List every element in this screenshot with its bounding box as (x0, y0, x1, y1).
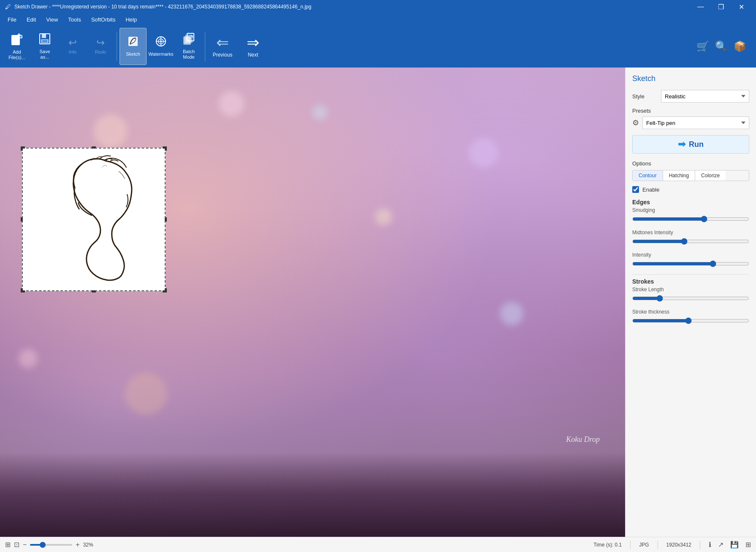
save-status-icon[interactable]: 💾 (730, 541, 739, 549)
presets-select[interactable]: Felt-Tip pen Pencil Charcoal Ink (642, 116, 749, 129)
watermarks-icon (155, 35, 167, 50)
canvas-bottom-gradient (0, 452, 625, 537)
svg-rect-18 (23, 149, 165, 290)
menu-help[interactable]: Help (121, 15, 141, 24)
status-div-3 (700, 541, 700, 549)
previous-button[interactable]: ⇐ Previous (208, 28, 237, 65)
strokes-header: Strokes (632, 278, 749, 285)
menu-edit[interactable]: Edit (22, 15, 40, 24)
maximize-button[interactable]: ❐ (711, 0, 731, 14)
batch-mode-label: BatchMode (183, 49, 195, 60)
tab-hatching[interactable]: Hatching (663, 170, 695, 181)
zoom-track (30, 544, 72, 546)
status-bar-left: ⊞ ⊡ − + 32% (5, 541, 590, 549)
bokeh-4 (375, 208, 392, 225)
zoom-in-plus[interactable]: + (76, 541, 79, 549)
sketch-button[interactable]: Sketch (120, 28, 147, 65)
redo-label: Redo (95, 49, 106, 55)
run-label: Run (689, 140, 704, 149)
menu-file[interactable]: File (3, 15, 21, 24)
batch-mode-icon (182, 32, 195, 47)
save-as-label: Saveas... (39, 49, 50, 60)
svg-rect-9 (128, 37, 138, 46)
run-button[interactable]: ➡ Run (632, 135, 749, 154)
options-label: Options (632, 160, 749, 167)
bokeh-9 (313, 105, 327, 120)
bokeh-1 (94, 114, 128, 148)
zoom-out-minus[interactable]: − (23, 541, 27, 549)
search-icon[interactable]: 🔍 (714, 39, 729, 54)
title-bar: 🖊 Sketch Drawer - ****Unregistered versi… (0, 0, 756, 14)
stroke-length-slider[interactable] (632, 295, 749, 302)
right-panel: Sketch Style Realistic Anime Comic Class… (625, 68, 756, 537)
sketch-label: Sketch (126, 51, 140, 57)
presets-icon[interactable]: ⚙ (632, 118, 639, 127)
add-files-button[interactable]: AddFile(s)... (3, 28, 30, 65)
toolbar-sep-1 (117, 32, 117, 61)
redo-button[interactable]: ↪ Redo (87, 28, 114, 65)
bokeh-6 (500, 302, 523, 325)
zoom-thumb[interactable] (40, 542, 46, 548)
edges-header: Edges (632, 199, 749, 206)
batch-mode-button[interactable]: BatchMode (175, 28, 202, 65)
svg-rect-6 (42, 34, 46, 38)
expand-icon[interactable]: ⊞ (745, 541, 751, 549)
previous-label: Previous (213, 52, 233, 58)
cart-icon[interactable]: 🛒 (695, 39, 710, 54)
intensity-container: Intensity (632, 252, 749, 268)
menu-softorbits[interactable]: SoftOrbits (87, 15, 120, 24)
window-controls: — ❐ ✕ (691, 0, 751, 14)
undo-label: Info (69, 49, 76, 55)
midtones-slider[interactable] (632, 238, 749, 245)
minimize-button[interactable]: — (691, 0, 710, 14)
close-button[interactable]: ✕ (732, 0, 751, 14)
format-label: JPG (639, 542, 649, 548)
add-files-icon (10, 32, 24, 48)
style-select[interactable]: Realistic Anime Comic Classic (661, 90, 749, 103)
redo-icon: ↪ (96, 38, 105, 48)
tab-contour[interactable]: Contour (633, 170, 663, 181)
menu-tools[interactable]: Tools (64, 15, 85, 24)
next-label: Next (248, 52, 258, 58)
menu-view[interactable]: View (42, 15, 62, 24)
app-icon: 🖊 (5, 3, 11, 10)
next-button[interactable]: ⇒ Next (238, 28, 268, 65)
time-label: Time (s): 0.1 (593, 542, 622, 548)
actual-size-icon[interactable]: ⊡ (14, 541, 19, 549)
tab-colorize[interactable]: Colorize (695, 170, 726, 181)
info-icon[interactable]: ℹ (709, 541, 711, 549)
smudging-label: Smudging (632, 207, 749, 213)
section-divider (632, 274, 749, 275)
bokeh-8 (125, 373, 167, 415)
undo-button[interactable]: ↩ Info (59, 28, 86, 65)
toolbar-sep-2 (205, 32, 205, 61)
intensity-label: Intensity (632, 252, 749, 258)
bokeh-5 (469, 138, 498, 168)
zoom-percentage: 32% (83, 542, 93, 548)
undo-icon: ↩ (68, 38, 77, 48)
panel-title: Sketch (632, 74, 749, 83)
stroke-thickness-container: Stroke thickness (632, 309, 749, 325)
status-bar-right: Time (s): 0.1 JPG 1920x3412 ℹ ↗ 💾 ⊞ (593, 541, 751, 549)
enable-checkbox[interactable] (632, 186, 639, 193)
add-files-label: AddFile(s)... (8, 49, 25, 60)
save-icon (38, 32, 51, 47)
main-content: Koku Drop Sketch Style Realistic Anime C… (0, 68, 756, 537)
sketch-selection-box[interactable] (22, 148, 166, 291)
options-tabs: Contour Hatching Colorize (632, 170, 749, 181)
presets-label: Presets (632, 108, 749, 114)
svg-rect-0 (12, 35, 19, 45)
stroke-thickness-slider[interactable] (632, 317, 749, 324)
smudging-container: Smudging (632, 207, 749, 224)
stroke-length-label: Stroke Length (632, 287, 749, 292)
watermarks-button[interactable]: Watermarks (147, 28, 174, 65)
save-as-button[interactable]: Saveas... (31, 28, 58, 65)
enable-row: Enable (632, 186, 749, 193)
enable-label[interactable]: Enable (642, 187, 659, 193)
share-icon[interactable]: ↗ (718, 541, 723, 549)
bokeh-3 (219, 91, 244, 116)
zoom-fit-icon[interactable]: ⊞ (5, 541, 11, 549)
box-icon[interactable]: 📦 (732, 39, 748, 54)
smudging-slider[interactable] (632, 216, 749, 222)
intensity-slider[interactable] (632, 260, 749, 267)
